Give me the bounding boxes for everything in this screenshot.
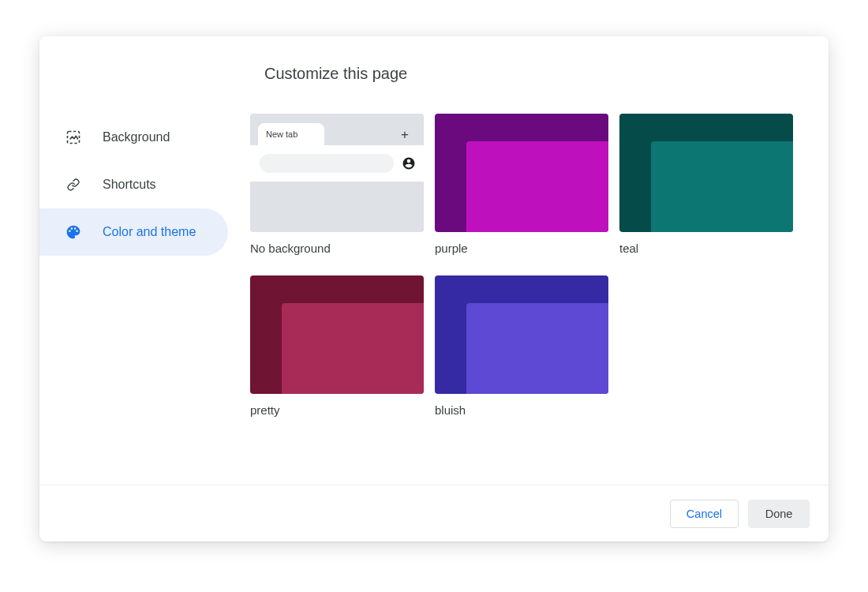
theme-tile-purple[interactable]: purple	[435, 114, 608, 268]
preview-toolbar	[250, 145, 424, 182]
cancel-button-label: Cancel	[687, 508, 722, 520]
dialog-footer: Cancel Done	[39, 485, 829, 541]
theme-swatch-inner	[282, 303, 424, 394]
plus-icon: +	[397, 127, 413, 143]
theme-swatch	[619, 114, 793, 232]
sidebar: Background Shortcuts Color and them	[39, 36, 250, 485]
theme-swatch: New tab+	[250, 114, 424, 232]
theme-label: pretty	[250, 394, 424, 429]
dialog-body: Background Shortcuts Color and them	[39, 36, 829, 485]
theme-label: bluish	[435, 394, 608, 429]
sidebar-item-label: Shortcuts	[103, 178, 156, 192]
cancel-button[interactable]: Cancel	[670, 500, 739, 528]
theme-tile-pretty[interactable]: pretty	[250, 275, 424, 429]
theme-label: No background	[250, 232, 424, 268]
sidebar-item-background[interactable]: Background	[39, 114, 250, 161]
sidebar-item-label: Color and theme	[103, 225, 196, 239]
avatar-icon	[402, 156, 416, 170]
theme-tile-teal[interactable]: teal	[619, 114, 793, 268]
sidebar-item-label: Background	[103, 130, 170, 144]
content-wrap: Customize this page New tab+No backgroun…	[250, 36, 829, 485]
image-icon	[65, 129, 82, 146]
sidebar-item-color-and-theme[interactable]: Color and theme	[39, 208, 228, 256]
palette-icon	[65, 223, 82, 241]
done-button[interactable]: Done	[748, 500, 810, 528]
theme-label: teal	[619, 232, 793, 268]
theme-label: purple	[435, 232, 608, 268]
preview-tabstrip: New tab+	[250, 114, 424, 145]
theme-swatch-inner	[466, 303, 608, 394]
sidebar-item-shortcuts[interactable]: Shortcuts	[39, 161, 250, 208]
done-button-label: Done	[765, 508, 793, 520]
theme-tiles: New tab+No backgroundpurpletealprettyblu…	[250, 114, 816, 429]
preview-tab-label: New tab	[266, 129, 297, 139]
link-icon	[65, 176, 82, 193]
customize-dialog: Background Shortcuts Color and them	[39, 36, 829, 541]
theme-tile-bluish[interactable]: bluish	[435, 275, 608, 429]
theme-swatch	[250, 275, 424, 394]
theme-swatch-inner	[651, 141, 793, 232]
content-scroll[interactable]: New tab+No backgroundpurpletealprettyblu…	[250, 114, 829, 485]
preview-page	[250, 182, 424, 232]
theme-tile-none[interactable]: New tab+No background	[250, 114, 424, 268]
theme-swatch-inner	[466, 141, 608, 232]
preview-tab: New tab	[258, 123, 324, 145]
theme-swatch	[435, 114, 608, 232]
theme-swatch	[435, 275, 608, 394]
dialog-title: Customize this page	[250, 36, 829, 114]
preview-omnibox	[260, 154, 394, 173]
